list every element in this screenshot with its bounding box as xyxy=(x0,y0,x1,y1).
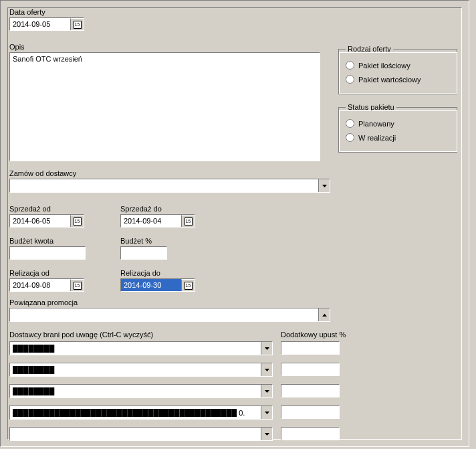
budget-amount-label: Budżet kwota xyxy=(9,237,86,245)
order-supplier-label: Zamów od dostawcy xyxy=(9,169,330,177)
discount-input[interactable] xyxy=(281,406,340,419)
offer-type-quantity-radio[interactable] xyxy=(346,61,354,70)
chevron-down-icon[interactable] xyxy=(261,385,272,397)
supplier-combo[interactable] xyxy=(9,341,273,355)
offer-type-legend: Rodzaj oferty xyxy=(346,45,393,53)
svg-marker-2 xyxy=(265,347,269,350)
supplier-combo[interactable] xyxy=(9,406,273,420)
offer-date-field[interactable] xyxy=(9,17,84,31)
real-from-label: Relizacja od xyxy=(9,269,84,277)
svg-marker-1 xyxy=(322,314,327,317)
sale-to-label: Sprzedaż do xyxy=(120,205,195,213)
chevron-down-icon[interactable] xyxy=(261,363,272,376)
status-inprogress-label: W realizacji xyxy=(358,134,396,142)
status-planned-label: Planowany xyxy=(358,120,394,128)
description-label: Opis xyxy=(9,43,320,51)
supplier-combo[interactable] xyxy=(9,363,273,377)
status-planned-radio[interactable] xyxy=(346,119,354,128)
chevron-down-icon[interactable] xyxy=(261,406,272,419)
real-from-input[interactable] xyxy=(10,279,70,291)
calendar-icon[interactable] xyxy=(181,279,195,291)
offer-type-quantity-label: Pakiet ilościowy xyxy=(358,62,410,70)
budget-pct-label: Budżet % xyxy=(120,237,167,245)
offer-type-value-label: Pakiet wartościowy xyxy=(358,76,421,84)
offer-date-input[interactable] xyxy=(10,18,70,30)
supplier-combo[interactable] xyxy=(9,427,273,441)
chevron-down-icon[interactable] xyxy=(318,179,330,192)
chevron-down-icon[interactable] xyxy=(261,428,272,440)
order-supplier-combo[interactable] xyxy=(9,179,330,193)
svg-marker-0 xyxy=(322,185,327,187)
real-to-label: Relizacja do xyxy=(120,269,195,277)
package-status-legend: Status pakietu xyxy=(346,103,396,111)
supplier-combo[interactable] xyxy=(9,384,273,398)
sale-from-label: Sprzedaż od xyxy=(9,205,84,213)
chevron-up-icon[interactable] xyxy=(318,308,330,321)
related-promo-label: Powiązana promocja xyxy=(9,298,330,306)
svg-marker-4 xyxy=(265,390,269,393)
svg-marker-3 xyxy=(265,369,269,371)
sale-from-field[interactable] xyxy=(9,214,84,228)
supplier-input[interactable] xyxy=(10,428,261,440)
real-from-field[interactable] xyxy=(9,278,84,292)
offer-type-value-radio[interactable] xyxy=(346,75,354,84)
related-promo-input[interactable] xyxy=(10,308,318,321)
order-supplier-input[interactable] xyxy=(10,179,318,192)
sale-from-input[interactable] xyxy=(10,215,70,227)
related-promo-combo[interactable] xyxy=(9,308,330,322)
svg-marker-5 xyxy=(265,412,269,414)
budget-pct-input[interactable] xyxy=(120,246,167,260)
svg-marker-6 xyxy=(265,433,269,436)
sale-to-input[interactable] xyxy=(121,215,181,227)
supplier-input[interactable] xyxy=(10,342,261,355)
supplier-input[interactable] xyxy=(10,363,261,376)
budget-amount-input[interactable] xyxy=(9,246,86,260)
chevron-down-icon[interactable] xyxy=(261,342,272,355)
discount-input[interactable] xyxy=(281,384,340,397)
calendar-icon[interactable] xyxy=(70,18,84,30)
calendar-icon[interactable] xyxy=(70,279,84,291)
description-textarea[interactable] xyxy=(9,52,320,161)
real-to-field[interactable] xyxy=(120,278,195,292)
supplier-input[interactable] xyxy=(10,406,261,419)
suppliers-label: Dostawcy brani pod uwagę (Ctrl-C wyczyść… xyxy=(9,331,153,339)
calendar-icon[interactable] xyxy=(181,215,195,227)
real-to-input[interactable] xyxy=(121,279,181,291)
discount-input[interactable] xyxy=(281,341,340,355)
supplier-input[interactable] xyxy=(10,385,261,397)
status-inprogress-radio[interactable] xyxy=(346,133,354,142)
discount-label: Dodatkowy upust % xyxy=(281,331,346,339)
sale-to-field[interactable] xyxy=(120,214,195,228)
discount-input[interactable] xyxy=(281,427,340,440)
offer-date-label: Data oferty xyxy=(9,8,84,16)
calendar-icon[interactable] xyxy=(70,215,84,227)
discount-input[interactable] xyxy=(281,363,340,376)
